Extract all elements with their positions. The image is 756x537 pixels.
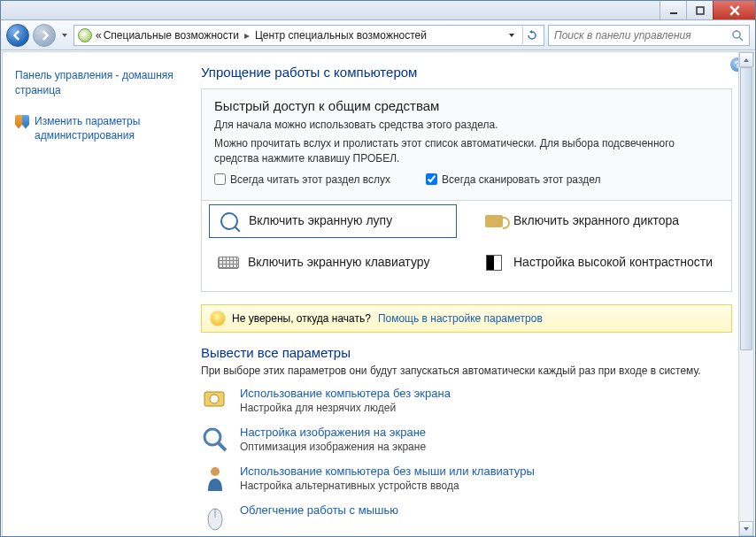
nav-history-dropdown[interactable] bbox=[59, 24, 70, 47]
chevron-right-icon: ▸ bbox=[241, 29, 253, 42]
svg-point-10 bbox=[211, 467, 220, 476]
scroll-up-button[interactable] bbox=[739, 52, 753, 67]
hint-link[interactable]: Помощь в настройке параметров bbox=[378, 312, 543, 325]
search-icon bbox=[731, 29, 744, 42]
lightbulb-icon bbox=[211, 311, 225, 326]
quick-desc-2: Можно прочитать вслух и пролистать этот … bbox=[214, 136, 719, 166]
checkbox-read-aloud[interactable]: Всегда читать этот раздел вслух bbox=[214, 173, 390, 186]
scroll-down-button[interactable] bbox=[739, 521, 753, 536]
tool-high-contrast[interactable]: Настройка высокой контрастности bbox=[474, 247, 722, 279]
accessibility-person-icon bbox=[201, 464, 229, 493]
nav-forward-button[interactable] bbox=[33, 24, 56, 47]
setting-sub: Настройка для незрячих людей bbox=[240, 402, 451, 414]
setting-link[interactable]: Использование компьютера без мыши или кл… bbox=[240, 464, 535, 478]
setting-row-no-display: Использование компьютера без экрана Наст… bbox=[201, 387, 732, 415]
magnifier-icon bbox=[219, 211, 240, 232]
section-title: Вывести все параметры bbox=[201, 345, 732, 360]
refresh-button[interactable] bbox=[522, 27, 540, 44]
hint-question: Не уверены, откуда начать? bbox=[232, 312, 371, 325]
main-panel: Упрощение работы с компьютером Быстрый д… bbox=[189, 52, 753, 536]
search-input[interactable] bbox=[554, 29, 731, 42]
sidebar-link-admin[interactable]: Изменить параметры администрирования bbox=[35, 114, 176, 144]
setting-sub: Оптимизация изображения на экране bbox=[240, 441, 426, 453]
svg-point-4 bbox=[733, 31, 740, 38]
display-settings-icon bbox=[201, 426, 229, 454]
svg-rect-1 bbox=[697, 7, 704, 14]
quick-access-box: Быстрый доступ к общим средствам Для нач… bbox=[201, 88, 732, 201]
sidebar-link-home[interactable]: Панель управления - домашняя страница bbox=[15, 69, 174, 96]
breadcrumb-item-2[interactable]: Центр специальных возможностей bbox=[255, 29, 427, 42]
tool-magnifier[interactable]: Включить экранную лупу bbox=[209, 204, 457, 238]
setting-link[interactable]: Использование компьютера без экрана bbox=[240, 387, 451, 400]
sidebar: Панель управления - домашняя страница Из… bbox=[3, 52, 189, 536]
setting-sub: Настройка альтернативных устройств ввода bbox=[240, 479, 535, 492]
setting-link[interactable]: Облегчение работы с мышью bbox=[240, 503, 398, 517]
svg-line-9 bbox=[219, 443, 226, 450]
tool-narrator[interactable]: Включить экранного диктора bbox=[474, 204, 722, 238]
breadcrumb-prefix: « bbox=[96, 29, 102, 42]
control-panel-icon bbox=[78, 28, 92, 42]
setting-row-display-settings: Настройка изображения на экране Оптимиза… bbox=[201, 426, 732, 454]
page-title: Упрощение работы с компьютером bbox=[201, 65, 732, 80]
setting-row-no-mouse-keyboard: Использование компьютера без мыши или кл… bbox=[201, 464, 732, 493]
no-display-icon bbox=[201, 387, 229, 415]
tool-onscreen-keyboard[interactable]: Включить экранную клавиатуру bbox=[209, 247, 457, 279]
section-desc: При выборе этих параметров они будут зап… bbox=[201, 364, 732, 379]
keyboard-icon bbox=[218, 252, 239, 273]
shield-icon bbox=[15, 115, 29, 129]
breadcrumb-dropdown[interactable] bbox=[503, 27, 521, 44]
breadcrumb-item-1[interactable]: Специальные возможности bbox=[104, 29, 239, 42]
maximize-button[interactable] bbox=[686, 1, 713, 19]
checkbox-scan-section[interactable]: Всегда сканировать этот раздел bbox=[426, 173, 600, 186]
nav-back-button[interactable] bbox=[6, 24, 29, 47]
minimize-button[interactable] bbox=[660, 1, 686, 19]
mouse-icon bbox=[201, 503, 229, 532]
settings-list: Использование компьютера без экрана Наст… bbox=[201, 387, 732, 532]
svg-point-8 bbox=[204, 429, 220, 445]
vertical-scrollbar[interactable] bbox=[738, 52, 753, 536]
search-box[interactable] bbox=[548, 25, 750, 46]
window-titlebar bbox=[1, 1, 755, 20]
hint-bar: Не уверены, откуда начать? Помощь в наст… bbox=[201, 304, 732, 333]
setting-link[interactable]: Настройка изображения на экране bbox=[240, 426, 426, 439]
scroll-thumb[interactable] bbox=[740, 67, 752, 350]
setting-row-mouse-easier: Облегчение работы с мышью bbox=[201, 503, 732, 532]
scroll-track[interactable] bbox=[739, 67, 753, 521]
quick-desc-1: Для начала можно использовать средства э… bbox=[214, 119, 719, 131]
svg-line-5 bbox=[739, 37, 743, 41]
breadcrumb[interactable]: « Специальные возможности ▸ Центр специа… bbox=[73, 25, 544, 46]
svg-point-7 bbox=[210, 395, 219, 403]
tools-grid: Включить экранную лупу Включить экранног… bbox=[201, 201, 732, 292]
contrast-icon bbox=[483, 252, 505, 273]
close-button[interactable] bbox=[713, 1, 755, 19]
narrator-icon bbox=[483, 211, 505, 232]
quick-access-heading: Быстрый доступ к общим средствам bbox=[214, 98, 719, 113]
address-toolbar: « Специальные возможности ▸ Центр специа… bbox=[1, 20, 755, 50]
